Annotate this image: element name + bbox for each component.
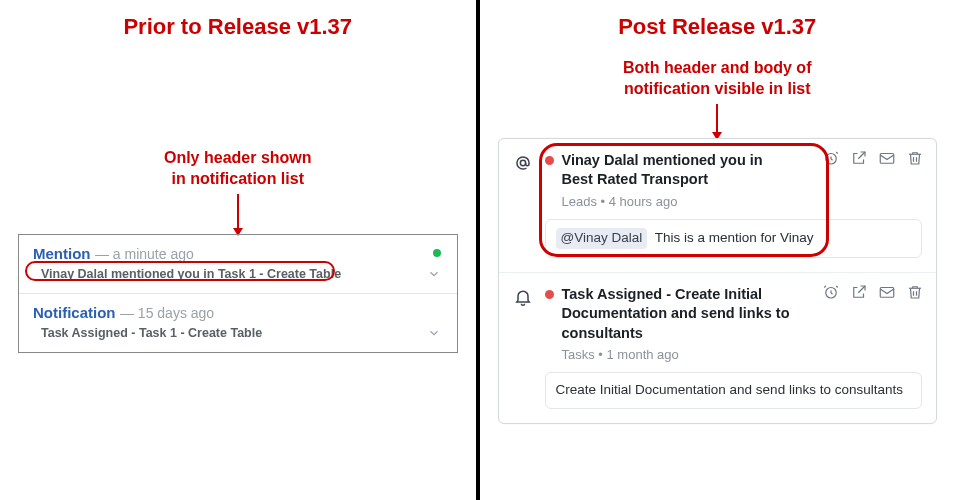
chevron-down-icon[interactable] [427, 267, 441, 281]
notification-time: — a minute ago [95, 246, 194, 262]
snooze-icon[interactable] [822, 283, 840, 301]
notification-type: Notification [33, 304, 116, 321]
list-item[interactable]: Mention — a minute ago Vinay Dalal menti… [19, 235, 457, 294]
unread-dot [545, 290, 554, 299]
notification-header-line: Task Assigned - Task 1 - Create Table [41, 326, 443, 340]
delete-icon[interactable] [906, 149, 924, 167]
svg-point-0 [520, 160, 525, 165]
bell-icon [513, 285, 533, 410]
notification-list-prior: Mention — a minute ago Vinay Dalal menti… [18, 234, 458, 353]
delete-icon[interactable] [906, 283, 924, 301]
mention-chip[interactable]: @Vinay Dalal [556, 228, 648, 249]
arrow-icon [716, 104, 718, 138]
list-item[interactable]: Task Assigned - Create Initial Documenta… [499, 273, 937, 424]
notification-body-text: Create Initial Documentation and send li… [556, 382, 903, 397]
list-item[interactable]: Vinay Dalal mentioned you in Best Rated … [499, 139, 937, 273]
at-icon [513, 151, 533, 258]
open-external-icon[interactable] [850, 283, 868, 301]
prior-release-panel: Prior to Release v1.37 Only header shown… [0, 0, 480, 500]
post-annotation: Both header and body of notification vis… [498, 58, 938, 100]
mark-read-icon[interactable] [878, 283, 896, 301]
prior-annotation: Only header shown in notification list [18, 148, 458, 190]
prior-release-title: Prior to Release v1.37 [18, 14, 458, 40]
notification-type: Mention [33, 245, 91, 262]
notification-header: Task Assigned - Create Initial Documenta… [562, 285, 832, 344]
notification-meta: Leads • 4 hours ago [562, 194, 923, 209]
chevron-down-icon[interactable] [427, 326, 441, 340]
open-external-icon[interactable] [850, 149, 868, 167]
notification-header-line: Vinay Dalal mentioned you in Task 1 - Cr… [41, 267, 443, 281]
unread-dot [545, 156, 554, 165]
notification-time: — 15 days ago [120, 305, 214, 321]
notification-list-post: Vinay Dalal mentioned you in Best Rated … [498, 138, 938, 425]
svg-rect-2 [880, 153, 894, 163]
notification-header: Vinay Dalal mentioned you in Best Rated … [562, 151, 792, 190]
notification-body-text: This is a mention for Vinay [655, 230, 814, 245]
svg-rect-4 [880, 287, 894, 297]
list-item[interactable]: Notification — 15 days ago Task Assigned… [19, 294, 457, 352]
notification-body: @Vinay Dalal This is a mention for Vinay [545, 219, 923, 258]
notification-body: Create Initial Documentation and send li… [545, 372, 923, 409]
notification-meta: Tasks • 1 month ago [562, 347, 923, 362]
post-release-title: Post Release v1.37 [498, 14, 938, 40]
mark-read-icon[interactable] [878, 149, 896, 167]
snooze-icon[interactable] [822, 149, 840, 167]
unread-dot [433, 249, 441, 257]
arrow-icon [237, 194, 239, 234]
post-release-panel: Post Release v1.37 Both header and body … [480, 0, 956, 500]
